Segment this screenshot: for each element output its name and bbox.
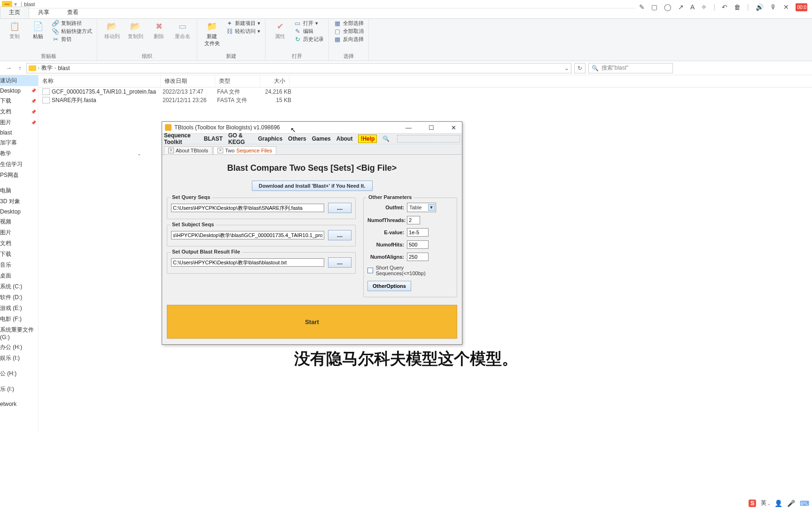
short-query-checkbox[interactable] [367,268,373,273]
undo-icon[interactable]: ↶ [722,3,727,11]
nav-folder[interactable]: 教学 [0,148,38,159]
menu-search-input[interactable] [397,135,460,143]
nav-thispc[interactable]: 图片 [0,227,38,238]
menu-go-kegg[interactable]: GO & KEGG [228,132,252,145]
close-tab-icon[interactable]: × [168,148,174,153]
ime-mode[interactable]: 英 , [761,499,770,507]
subject-path-input[interactable] [171,231,324,239]
delete-button[interactable]: ✖删除 [149,20,169,40]
col-date[interactable]: 修改日期 [161,75,215,87]
newfolder-button[interactable]: 📁新建 文件夹 [202,20,222,47]
nav-drive[interactable]: 系统 (C:) [0,281,38,292]
nav-quickaccess[interactable]: 速访问 [0,75,38,86]
wand-icon[interactable]: ✧ [701,3,707,11]
tab-view[interactable]: 查看 [58,7,87,18]
text-icon[interactable]: A [690,3,695,11]
nav-pinned[interactable]: Desktop📌 [0,86,38,95]
output-path-input[interactable] [171,258,324,267]
menu-games[interactable]: Games [312,135,331,142]
selectall-button[interactable]: ▦全部选择 [334,20,364,27]
moveto-button[interactable]: 📂移动到 [102,20,122,40]
menu-blast[interactable]: BLAST [204,135,223,142]
keyboard-icon[interactable]: ⌨ [800,500,809,507]
other-options-button[interactable]: OtherOptions [367,281,411,291]
invert-button[interactable]: ▩反向选择 [334,36,364,43]
nav-more[interactable]: 乐 (I:) [0,384,38,395]
breadcrumb-seg[interactable]: 教学 [41,64,53,72]
sogou-ime-icon[interactable]: S [749,500,756,507]
nav-folder[interactable]: 加字幕 [0,137,38,148]
close-icon[interactable]: ✕ [783,3,789,11]
nav-thispc[interactable]: 电脑 [0,185,38,196]
tab-home[interactable]: 主页 [0,7,29,18]
cut-button[interactable]: ✂剪切 [52,36,92,43]
nav-drive[interactable]: 电影 (F:) [0,314,38,325]
rename-button[interactable]: ▭重命名 [172,20,192,40]
output-browse-button[interactable]: .... [328,257,351,268]
query-path-input[interactable] [171,204,324,212]
nav-back-icon[interactable]: → [4,64,14,72]
nav-folder[interactable]: blast [0,128,38,137]
nav-thispc[interactable]: 3D 对象 [0,196,38,207]
col-type[interactable]: 类型 [215,75,260,87]
breadcrumb[interactable]: › 教学 › blast ⌄ [26,63,571,73]
mic-icon[interactable]: 🎙 [770,3,777,11]
col-size[interactable]: 大小 [260,75,289,87]
file-row[interactable]: SNARE序列.fasta 2021/12/11 23:26 FASTA 文件 … [39,96,812,104]
tab-two-sequence-files[interactable]: ×Two Sequence Files [213,146,276,154]
nav-pinned[interactable]: 图片📌 [0,117,38,128]
trash-icon[interactable]: 🗑 [734,3,741,11]
download-blast-button[interactable]: Download and Install 'Blast+' if You Nee… [252,181,373,191]
nav-drive[interactable]: 办公 (H:) [0,342,38,353]
file-row[interactable]: GCF_000001735.4_TAIR10.1_protein.faa 202… [39,87,812,96]
selectnone-button[interactable]: ▢全部取消 [334,28,364,35]
aligns-input[interactable] [407,253,429,261]
nav-drive[interactable]: 系统重要文件 (G:) [0,325,38,342]
close-button[interactable]: ✕ [448,123,459,132]
nav-drive[interactable]: 游戏 (E:) [0,303,38,314]
newitem-button[interactable]: ✦新建项目 ▾ [226,20,260,27]
nav-folder[interactable]: 生信学习 [0,159,38,170]
close-tab-icon[interactable]: × [218,148,223,153]
paste-button[interactable]: 📄粘贴 [28,20,48,40]
search-input[interactable]: 🔍 搜索"blast" [588,63,673,73]
copy-path-button[interactable]: 🔗复制路径 [52,20,92,27]
properties-button[interactable]: ✔属性 [270,20,290,40]
nav-thispc[interactable]: 音乐 [0,260,38,270]
volume-icon[interactable]: 🔊 [756,3,764,11]
nav-thispc[interactable]: 文档 [0,238,38,249]
chevron-down-icon[interactable]: ⌄ [564,65,569,71]
chevron-up-icon[interactable]: ⌃ [137,153,141,159]
maximize-button[interactable]: ☐ [426,123,437,132]
query-browse-button[interactable]: .... [328,203,351,213]
nav-pinned[interactable]: 文档📌 [0,106,38,117]
nav-drive[interactable]: 娱乐 (I:) [0,353,38,364]
edit-button[interactable]: ✎编辑 [294,28,324,35]
paste-shortcut-button[interactable]: 📎粘贴快捷方式 [52,28,92,35]
hits-input[interactable] [407,240,429,249]
col-name[interactable]: 名称 [39,75,161,87]
circle-icon[interactable]: ◯ [664,3,671,11]
breadcrumb-seg[interactable]: blast [58,65,70,71]
tab-share[interactable]: 共享 [29,7,58,18]
pencil-icon[interactable]: ✎ [639,3,645,11]
menu-graphics[interactable]: Graphics [258,135,282,142]
nav-folder[interactable]: PS网盘 [0,170,38,181]
menu-others[interactable]: Others [288,135,306,142]
tbtools-titlebar[interactable]: TBtools (Toolbox for Biologists) v1.0986… [162,122,462,133]
subject-browse-button[interactable]: .... [328,230,351,240]
outfmt-select[interactable]: Table▼ [407,203,436,212]
nav-up-icon[interactable]: ↑ [16,64,23,72]
evalue-input[interactable] [407,228,429,237]
square-icon[interactable]: ▢ [651,3,657,11]
minimize-button[interactable]: — [403,123,414,132]
nav-thispc[interactable]: Desktop [0,207,38,216]
nav-drive[interactable]: 软件 (D:) [0,292,38,303]
open-button[interactable]: ▭打开 ▾ [294,20,324,27]
search-icon[interactable]: 🔍 [383,135,390,142]
nav-pinned[interactable]: 下载📌 [0,95,38,106]
threads-input[interactable] [407,216,420,224]
menu-about[interactable]: About [336,135,353,142]
refresh-button[interactable]: ↻ [574,63,586,73]
copyto-button[interactable]: 📂复制到 [125,20,145,40]
